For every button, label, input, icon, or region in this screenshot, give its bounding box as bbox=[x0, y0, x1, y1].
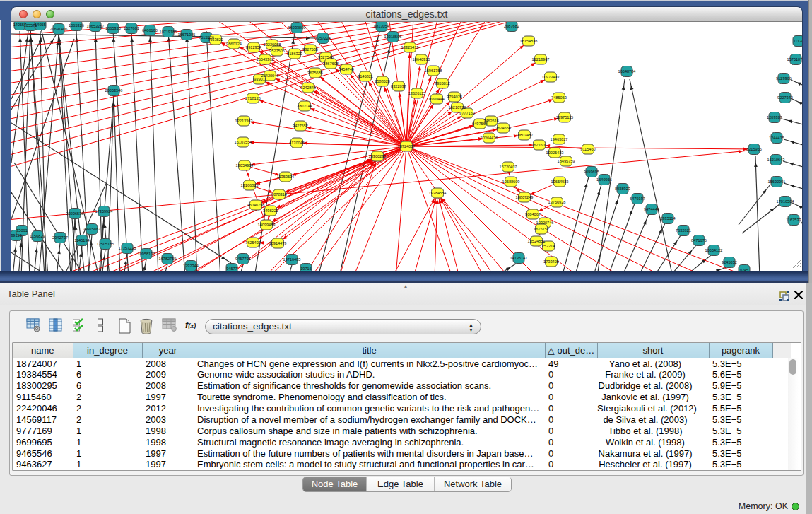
svg-text:2803144: 2803144 bbox=[297, 104, 312, 108]
svg-text:1065326: 1065326 bbox=[69, 23, 84, 28]
svg-text:2935114: 2935114 bbox=[660, 216, 675, 221]
svg-text:9227342: 9227342 bbox=[777, 95, 793, 100]
svg-text:3675685: 3675685 bbox=[307, 71, 323, 75]
svg-text:9457791: 9457791 bbox=[235, 257, 251, 261]
svg-text:9115460: 9115460 bbox=[580, 147, 595, 151]
svg-text:2867608: 2867608 bbox=[323, 62, 339, 66]
svg-text:18495759: 18495759 bbox=[558, 159, 575, 163]
svg-text:8813054: 8813054 bbox=[374, 24, 389, 28]
svg-text:7955812: 7955812 bbox=[435, 81, 450, 86]
svg-text:18640910: 18640910 bbox=[413, 57, 430, 62]
svg-text:10025433: 10025433 bbox=[546, 151, 564, 155]
svg-text:16648784: 16648784 bbox=[618, 69, 636, 74]
svg-text:1244415: 1244415 bbox=[769, 136, 784, 140]
svg-text:7485063: 7485063 bbox=[551, 95, 567, 100]
svg-text:9427552: 9427552 bbox=[293, 124, 308, 128]
svg-text:12975115: 12975115 bbox=[556, 115, 573, 119]
svg-text:8878314: 8878314 bbox=[271, 192, 287, 197]
svg-text:9129966: 9129966 bbox=[776, 76, 792, 81]
svg-text:10807487: 10807487 bbox=[516, 133, 534, 137]
svg-text:9245052: 9245052 bbox=[722, 260, 737, 264]
svg-text:1065326: 1065326 bbox=[105, 26, 121, 30]
svg-text:1167533: 1167533 bbox=[786, 218, 801, 222]
svg-text:20364436: 20364436 bbox=[481, 136, 498, 140]
svg-text:3498222: 3498222 bbox=[263, 209, 278, 213]
svg-text:16782759: 16782759 bbox=[159, 257, 177, 261]
svg-text:19054984: 19054984 bbox=[236, 163, 254, 168]
svg-text:10958107: 10958107 bbox=[138, 252, 155, 256]
svg-text:18807249: 18807249 bbox=[516, 195, 534, 199]
svg-text:1156829: 1156829 bbox=[30, 234, 45, 238]
svg-text:2718126: 2718126 bbox=[245, 96, 261, 100]
svg-text:2087682: 2087682 bbox=[504, 24, 519, 28]
svg-text:12505185: 12505185 bbox=[97, 242, 114, 246]
svg-text:39975867: 39975867 bbox=[83, 227, 101, 231]
svg-text:16914479: 16914479 bbox=[269, 241, 287, 245]
svg-text:13325419: 13325419 bbox=[401, 45, 419, 49]
svg-text:8322037: 8322037 bbox=[391, 84, 406, 88]
svg-text:13654923: 13654923 bbox=[551, 180, 569, 184]
svg-text:9527546: 9527546 bbox=[318, 55, 334, 59]
svg-text:252214: 252214 bbox=[542, 244, 555, 248]
svg-text:8215955: 8215955 bbox=[746, 147, 762, 151]
svg-text:9860124: 9860124 bbox=[226, 42, 242, 46]
svg-text:12213967: 12213967 bbox=[532, 57, 550, 62]
svg-text:9084067: 9084067 bbox=[525, 212, 541, 216]
svg-text:1209383: 1209383 bbox=[767, 115, 782, 119]
svg-text:10320746: 10320746 bbox=[536, 221, 554, 225]
svg-text:9474444: 9474444 bbox=[644, 207, 659, 211]
svg-text:62160: 62160 bbox=[534, 143, 545, 147]
svg-text:16210722: 16210722 bbox=[449, 105, 466, 110]
svg-text:93901: 93901 bbox=[254, 77, 265, 81]
svg-text:35061: 35061 bbox=[16, 228, 28, 233]
svg-text:10688609: 10688609 bbox=[502, 180, 520, 184]
svg-text:17357225: 17357225 bbox=[119, 246, 136, 250]
svg-text:6479197: 6479197 bbox=[630, 197, 645, 201]
svg-text:39159: 39159 bbox=[11, 233, 22, 238]
svg-text:1640956: 1640956 bbox=[596, 177, 612, 182]
svg-text:13756928: 13756928 bbox=[548, 200, 566, 204]
svg-text:7462616: 7462616 bbox=[483, 119, 499, 123]
svg-text:10654122: 10654122 bbox=[705, 248, 723, 252]
svg-text:19463627: 19463627 bbox=[551, 137, 568, 141]
svg-text:19166825: 19166825 bbox=[241, 183, 259, 187]
svg-text:7625402: 7625402 bbox=[245, 240, 261, 245]
svg-text:9242848: 9242848 bbox=[300, 86, 316, 90]
svg-text:7357224: 7357224 bbox=[315, 36, 331, 40]
svg-text:2588520: 2588520 bbox=[375, 79, 390, 83]
svg-text:11124: 11124 bbox=[794, 39, 802, 43]
svg-text:15720407: 15720407 bbox=[500, 165, 517, 169]
svg-text:18300295: 18300295 bbox=[369, 154, 387, 158]
svg-text:16210643: 16210643 bbox=[767, 158, 785, 162]
svg-text:8938923: 8938923 bbox=[615, 187, 630, 191]
svg-text:9794028: 9794028 bbox=[447, 95, 462, 99]
svg-text:17359924: 17359924 bbox=[95, 209, 113, 214]
svg-text:6466160: 6466160 bbox=[142, 28, 158, 33]
svg-text:1145194: 1145194 bbox=[74, 238, 89, 243]
svg-text:7632621: 7632621 bbox=[676, 228, 691, 233]
svg-text:8990444: 8990444 bbox=[429, 97, 445, 101]
svg-text:1615152: 1615152 bbox=[534, 227, 549, 231]
svg-text:10719185: 10719185 bbox=[160, 30, 177, 34]
svg-text:8454749: 8454749 bbox=[339, 67, 354, 71]
svg-text:19218506: 19218506 bbox=[384, 35, 402, 39]
svg-text:1292344: 1292344 bbox=[183, 264, 199, 268]
svg-text:11353594: 11353594 bbox=[277, 175, 294, 179]
svg-text:4170046: 4170046 bbox=[289, 141, 305, 145]
svg-text:9327505: 9327505 bbox=[302, 47, 318, 52]
svg-text:14136141: 14136141 bbox=[510, 256, 528, 260]
svg-text:15751074: 15751074 bbox=[787, 57, 802, 62]
svg-text:20206536: 20206536 bbox=[66, 211, 84, 216]
svg-text:9777169: 9777169 bbox=[459, 111, 475, 115]
svg-text:14099489: 14099489 bbox=[258, 223, 276, 227]
svg-text:16671385: 16671385 bbox=[178, 33, 196, 37]
svg-text:3624554: 3624554 bbox=[495, 126, 511, 130]
svg-text:9699695: 9699695 bbox=[584, 170, 599, 174]
svg-text:10973493: 10973493 bbox=[542, 75, 560, 79]
svg-text:16961758: 16961758 bbox=[425, 69, 442, 73]
svg-text:13626115: 13626115 bbox=[408, 91, 425, 95]
svg-text:19716485: 19716485 bbox=[283, 257, 301, 262]
svg-text:10653267: 10653267 bbox=[87, 24, 105, 28]
svg-text:17016504: 17016504 bbox=[777, 199, 794, 204]
svg-text:16046798: 16046798 bbox=[247, 203, 265, 207]
